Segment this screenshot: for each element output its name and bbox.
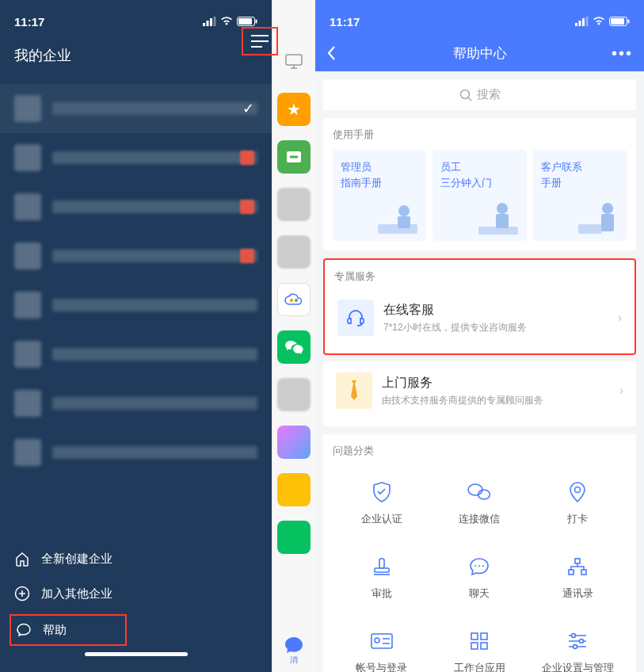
svg-point-36	[482, 565, 484, 567]
status-bar: 11:17	[0, 0, 272, 35]
section-title: 问题分类	[333, 444, 627, 458]
wifi-icon	[220, 17, 233, 26]
plus-circle-icon	[14, 586, 30, 601]
join-company-button[interactable]: 加入其他企业	[14, 576, 257, 611]
company-item[interactable]	[0, 281, 272, 330]
id-card-icon	[370, 629, 394, 653]
svg-rect-3	[214, 17, 216, 26]
check-icon: ✓	[242, 100, 254, 117]
onsite-service-item[interactable]: 上门服务 由技术支持服务商提供的专属顾问服务 ›	[333, 365, 627, 417]
manual-line1: 员工	[440, 159, 518, 175]
help-button-highlight[interactable]: 帮助	[10, 614, 127, 646]
battery-icon	[609, 17, 630, 26]
svg-rect-1	[207, 21, 209, 26]
avatar-icon[interactable]	[277, 188, 311, 221]
svg-point-34	[474, 565, 476, 567]
stamp-icon	[370, 555, 394, 578]
svg-rect-44	[471, 643, 478, 649]
page-title: 我的企业	[14, 46, 71, 65]
svg-point-48	[574, 645, 577, 649]
cat-wechat[interactable]: 连接微信	[431, 466, 529, 540]
create-company-button[interactable]: 全新创建企业	[14, 541, 257, 576]
avatar-icon[interactable]	[277, 235, 311, 269]
svg-rect-22	[398, 216, 410, 228]
section-title: 专属服务	[334, 269, 625, 284]
person-icon	[574, 197, 622, 236]
manual-line2: 三分钟入门	[440, 175, 518, 191]
avatar-icon[interactable]	[277, 473, 311, 506]
cat-clock[interactable]: 打卡	[528, 466, 627, 540]
more-button[interactable]: •••	[609, 44, 633, 63]
manual-line2: 指南手册	[341, 175, 418, 191]
company-item[interactable]	[0, 330, 272, 379]
bottom-menu: 全新创建企业 加入其他企业 帮助	[0, 541, 272, 662]
online-support-item[interactable]: 在线客服 7*12小时在线，提供专业咨询服务 ›	[334, 292, 625, 344]
menu-label: 帮助	[43, 623, 67, 638]
wifi-icon	[593, 17, 605, 26]
chat-bubble-icon	[284, 636, 304, 655]
company-item[interactable]	[0, 133, 272, 182]
service-desc: 由技术支持服务商提供的专属顾问服务	[382, 394, 543, 407]
avatar-icon[interactable]	[277, 378, 311, 411]
company-item[interactable]	[0, 182, 272, 231]
chevron-right-icon: ›	[618, 311, 622, 325]
company-item[interactable]	[0, 231, 272, 281]
svg-rect-14	[582, 18, 585, 26]
chevron-right-icon: ›	[619, 384, 623, 398]
manual-card-contact[interactable]: 客户联系 手册	[533, 150, 627, 241]
hamburger-icon	[251, 35, 269, 48]
file-icon[interactable]	[277, 140, 311, 174]
title-bar: 我的企业	[0, 35, 272, 76]
chevron-left-icon	[326, 45, 336, 61]
cat-account[interactable]: 帐号与登录	[333, 615, 431, 672]
svg-rect-28	[601, 214, 614, 231]
svg-rect-0	[203, 23, 205, 26]
cat-chat[interactable]: 聊天	[431, 540, 529, 615]
company-item[interactable]	[0, 428, 272, 477]
cat-enterprise-auth[interactable]: 企业认证	[333, 466, 431, 540]
svg-rect-8	[286, 55, 302, 65]
back-button[interactable]	[326, 45, 350, 61]
headset-icon	[337, 300, 374, 336]
svg-rect-39	[581, 570, 586, 575]
search-bar[interactable]: 搜索	[323, 79, 636, 110]
svg-point-47	[580, 640, 584, 643]
shield-icon	[370, 480, 394, 504]
star-icon[interactable]: ★	[277, 93, 311, 126]
service-title: 在线客服	[383, 302, 527, 319]
messages-tab[interactable]: 消	[284, 636, 304, 672]
cat-label: 聊天	[469, 586, 490, 601]
wechat-icon[interactable]	[277, 330, 311, 364]
svg-rect-12	[575, 23, 577, 26]
svg-point-19	[460, 90, 469, 98]
org-icon	[566, 555, 589, 578]
svg-point-35	[478, 565, 480, 567]
avatar-icon[interactable]	[277, 426, 311, 459]
tie-icon	[336, 372, 372, 409]
manual-line2: 手册	[541, 175, 619, 191]
cat-label: 连接微信	[459, 512, 500, 526]
cloud-icon[interactable]	[277, 283, 311, 316]
company-item[interactable]: ✓	[0, 84, 272, 133]
cat-approval[interactable]: 审批	[333, 540, 431, 615]
manual-card-staff[interactable]: 员工 三分钟入门	[433, 150, 526, 241]
menu-button-highlight[interactable]	[242, 27, 278, 55]
status-bar: 11:17	[315, 0, 644, 35]
menu-label: 加入其他企业	[41, 586, 112, 601]
location-icon	[566, 480, 589, 504]
person-icon	[474, 197, 522, 236]
menu-label: 全新创建企业	[41, 552, 112, 567]
svg-point-46	[572, 634, 576, 638]
manual-card-admin[interactable]: 管理员 指南手册	[333, 150, 426, 241]
notification-badge	[240, 200, 254, 214]
cat-workbench[interactable]: 工作台应用	[431, 615, 529, 672]
cat-label: 工作台应用	[454, 661, 505, 672]
company-item[interactable]	[0, 379, 272, 428]
cat-contacts[interactable]: 通讯录	[528, 540, 627, 615]
cat-settings[interactable]: 企业设置与管理	[528, 615, 627, 672]
svg-point-11	[295, 299, 298, 302]
monitor-icon[interactable]	[277, 45, 311, 78]
messages-tab-label: 消	[290, 655, 298, 666]
svg-rect-37	[575, 559, 580, 563]
avatar-icon[interactable]	[277, 521, 311, 554]
